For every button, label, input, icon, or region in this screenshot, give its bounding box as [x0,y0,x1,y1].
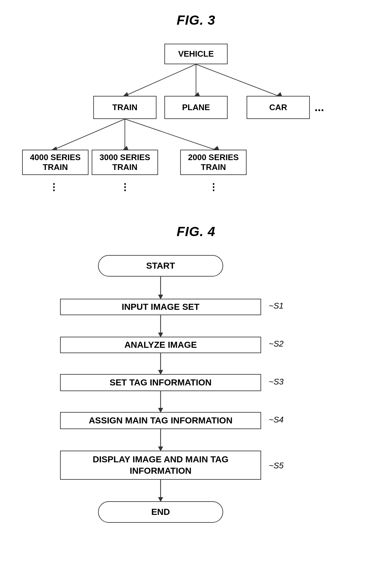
fig3-section: FIG. 3 [19,13,373,205]
series2000-node: 2000 SERIES TRAIN [180,150,247,175]
s5-node: DISPLAY IMAGE AND MAIN TAG INFORMATION [60,451,261,480]
plane-node: PLANE [164,96,228,119]
fig3-title: FIG. 3 [19,13,373,28]
s5-label: ~S5 [269,461,284,471]
svg-line-0 [125,64,196,96]
page: FIG. 3 [0,0,392,581]
dots-2000: ⋮ [209,181,218,192]
s1-node: INPUT IMAGE SET [60,299,261,315]
s2-label: ~S2 [269,339,284,349]
start-node: START [98,255,223,277]
fig4-section: FIG. 4 [19,224,373,530]
s2-node: ANALYZE IMAGE [60,337,261,353]
vehicle-node: VEHICLE [164,44,228,64]
s3-node: SET TAG INFORMATION [60,374,261,391]
s4-node: ASSIGN MAIN TAG INFORMATION [60,412,261,429]
flowchart: START INPUT IMAGE SET ~S1 ANALYZE IMAGE … [19,252,373,530]
fig4-title: FIG. 4 [19,224,373,239]
series3000-node: 3000 SERIES TRAIN [92,150,158,175]
s4-label: ~S4 [269,415,284,425]
dots-4000: ⋮ [49,181,58,192]
svg-line-2 [196,64,278,96]
flow-lines [19,252,373,530]
s1-label: ~S1 [269,301,284,311]
end-node: END [98,501,223,523]
train-node: TRAIN [93,96,156,119]
series4000-node: 4000 SERIES TRAIN [22,150,89,175]
dots-3000: ⋮ [120,181,130,192]
svg-line-8 [125,119,215,150]
car-ellipsis: ... [315,101,324,114]
car-node: CAR [247,96,310,119]
s3-label: ~S3 [269,377,284,387]
svg-line-6 [54,119,125,150]
tree-diagram: VEHICLE TRAIN PLANE CAR ... 4000 SERIES … [19,41,373,205]
tree-lines [19,41,373,205]
